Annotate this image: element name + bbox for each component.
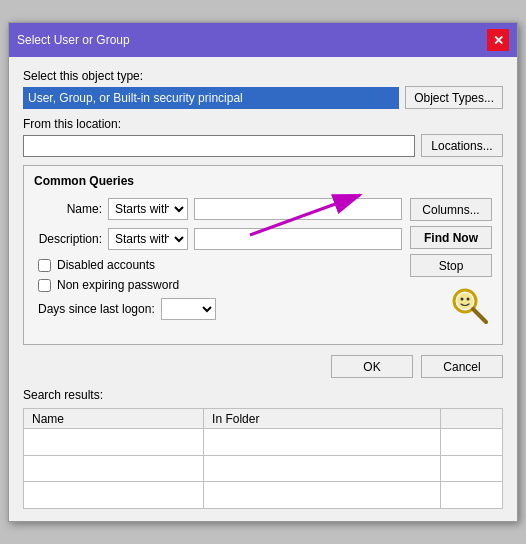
object-type-input[interactable] <box>23 87 399 109</box>
description-label: Description: <box>34 232 102 246</box>
location-label: From this location: <box>23 117 503 131</box>
table-row <box>24 429 503 456</box>
column-empty <box>440 409 502 429</box>
find-now-button[interactable]: Find Now <box>410 226 492 249</box>
location-row: From this location: Locations... <box>23 117 503 157</box>
title-bar: Select User or Group ✕ <box>9 23 517 57</box>
description-select[interactable]: Starts with Is exactly Ends with Contain… <box>108 228 188 250</box>
object-type-field: Object Types... <box>23 86 503 109</box>
name-select[interactable]: Starts with Is exactly Ends with Contain… <box>108 198 188 220</box>
right-buttons: Columns... Find Now Stop <box>410 198 492 328</box>
search-results-label: Search results: <box>23 388 503 402</box>
columns-button[interactable]: Columns... <box>410 198 492 221</box>
disabled-accounts-row: Disabled accounts <box>34 258 402 272</box>
common-queries-title: Common Queries <box>34 174 492 188</box>
results-table: Name In Folder <box>23 408 503 509</box>
close-button[interactable]: ✕ <box>487 29 509 51</box>
name-input[interactable] <box>194 198 402 220</box>
non-expiring-label: Non expiring password <box>57 278 179 292</box>
dialog-window: Select User or Group ✕ Select this objec… <box>8 22 518 522</box>
svg-point-3 <box>461 298 464 301</box>
non-expiring-checkbox[interactable] <box>38 279 51 292</box>
common-queries-box: Common Queries Name: Starts with Is exac… <box>23 165 503 345</box>
stop-button[interactable]: Stop <box>410 254 492 277</box>
left-queries: Name: Starts with Is exactly Ends with C… <box>34 198 402 328</box>
description-input[interactable] <box>194 228 402 250</box>
object-types-button[interactable]: Object Types... <box>405 86 503 109</box>
days-row: Days since last logon: 1 7 30 <box>34 298 402 320</box>
svg-point-1 <box>457 293 473 309</box>
cancel-button[interactable]: Cancel <box>421 355 503 378</box>
table-row <box>24 482 503 509</box>
results-body <box>24 429 503 509</box>
table-row <box>24 455 503 482</box>
ok-button[interactable]: OK <box>331 355 413 378</box>
days-select[interactable]: 1 7 30 <box>161 298 216 320</box>
name-query-row: Name: Starts with Is exactly Ends with C… <box>34 198 402 220</box>
column-in-folder: In Folder <box>204 409 440 429</box>
disabled-accounts-label: Disabled accounts <box>57 258 155 272</box>
location-field: Locations... <box>23 134 503 157</box>
non-expiring-row: Non expiring password <box>34 278 402 292</box>
column-name: Name <box>24 409 204 429</box>
svg-point-4 <box>467 298 470 301</box>
days-label: Days since last logon: <box>38 302 155 316</box>
description-query-row: Description: Starts with Is exactly Ends… <box>34 228 402 250</box>
search-icon-area <box>410 282 492 328</box>
search-icon <box>450 286 492 324</box>
bottom-buttons: OK Cancel <box>23 355 503 378</box>
name-label: Name: <box>34 202 102 216</box>
object-type-row: Select this object type: Object Types... <box>23 69 503 109</box>
svg-line-2 <box>473 309 486 322</box>
disabled-accounts-checkbox[interactable] <box>38 259 51 272</box>
queries-area: Name: Starts with Is exactly Ends with C… <box>34 198 492 328</box>
dialog-title: Select User or Group <box>17 33 130 47</box>
dialog-body: Select this object type: Object Types...… <box>9 57 517 521</box>
location-input[interactable] <box>23 135 415 157</box>
locations-button[interactable]: Locations... <box>421 134 503 157</box>
object-type-label: Select this object type: <box>23 69 503 83</box>
